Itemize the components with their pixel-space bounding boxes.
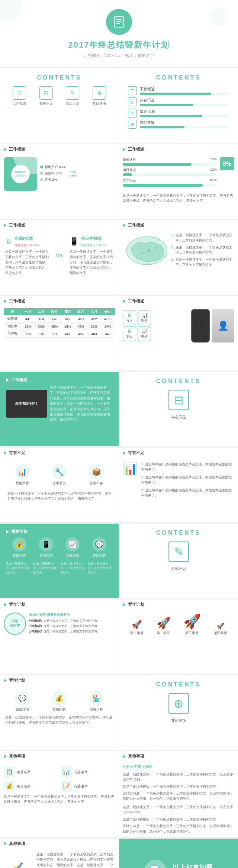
activities-col: 暂年计划 💬 微信活动 💰 营销回收 🏪 店铺了解 xyxy=(0,675,119,750)
section-title-plans-r: 暂年计划 xyxy=(128,602,144,607)
pie-label-1: 新增用户 68% xyxy=(40,165,66,170)
arrow-icon-final xyxy=(4,842,7,845)
issues-label: 存在不足 xyxy=(125,415,232,420)
analysis-list: 市场占有率 提升机会非常大 分析情况1 这是一段描述文字，正常的文字排列方向。 … xyxy=(29,613,115,633)
section-title-other-r: 其他事项 xyxy=(128,753,144,759)
td-r2-4: 18% xyxy=(61,323,74,330)
pie-text-1: 新增用户 68% xyxy=(45,165,66,170)
phone-person-area: ¥ 收入 📊 数据 ¥ 支出 xyxy=(119,306,238,345)
section-title-plans-l: 暂年计划 xyxy=(9,602,25,607)
other-text-col: 其他事项 为什么主要工作组 这是一段描述文字，一个箭头形状的文字，正常的文字排列… xyxy=(119,751,238,837)
other-item-2: 📊 报告名字 xyxy=(61,766,115,778)
map-point-3: 3. 这是一段描述文字，一个箭头形状的文字，正常的文字排列方向。 xyxy=(171,257,234,268)
arrow-icon-plans-r xyxy=(123,603,126,607)
th-5: 五月 xyxy=(74,308,87,315)
activities-section: 💬 微信活动 💰 营销回收 🏪 店铺了解 这是一段描述文字，一个箭头形状的文字，… xyxy=(0,685,119,729)
activity-1: 💬 微信活动 xyxy=(9,691,35,712)
other-item-1: 📋 留言名字 xyxy=(4,766,58,778)
cont-item-2: ⊟ 存在不足 xyxy=(39,86,53,106)
section-title-phone: 工作概述 xyxy=(128,298,144,304)
slide-activities: 暂年计划 💬 微信活动 💰 营销回收 🏪 店铺了解 xyxy=(0,675,238,750)
td-r1-2: 434 xyxy=(35,315,48,323)
map-section: 1. 这是一段描述文字，一个箭头形状的文字，正常的文字排列方向。 2. 这是一段… xyxy=(119,230,238,271)
vs-right-header: 📱 移动手机端 相比去年上升10.9% xyxy=(70,235,114,248)
svg-text:新增用户: 新增用户 xyxy=(15,174,26,177)
arrow-icon-2 xyxy=(123,148,126,151)
final-content: ✍ 这是一段描述文字，一个箭头形状的文字，正常的文字排列方向，序号是否是设计模板… xyxy=(0,849,119,868)
other-items-grid: 📋 留言名字 📊 报告名字 💰 留言名字 📝 报告名字 xyxy=(0,761,119,808)
cont-item-4: ⊕ 其他事项 xyxy=(93,86,106,106)
needs-icon-4: 💬 xyxy=(92,537,106,552)
pie-chart: 368920个 新增用户 xyxy=(4,157,37,191)
pie-dot-1 xyxy=(40,165,43,168)
slide-work-4: 工作概述 总体情况很好！ 这是一段描述文字，一个箭头形状的文字，正常的文字排列方… xyxy=(0,372,238,446)
contents-plans-col: CONTENTS ✎ 暂年计划 xyxy=(119,524,238,598)
plans-icon-sm: ✎ xyxy=(66,86,79,100)
needs-item-2: 📱 资源支持 xyxy=(39,537,53,558)
needs-desc-row: 这是一段描述文字，正常的文字排列方向。 这是一段描述文字，正常的文字排列方向。 … xyxy=(6,562,113,575)
section-title-green: 工作概述 xyxy=(11,377,28,383)
section-header-work-2: 工作概述 xyxy=(119,144,238,154)
needs-col: 需要支持 💰 数据支持 📱 资源支持 📈 资源支持 💬 你的支持 xyxy=(0,524,119,598)
slide-work-3: 工作概述 类 一月 二月 三月 四月 五月 六月 合计 xyxy=(0,296,238,370)
arrow-icon-vs xyxy=(4,224,7,227)
plans-label: 暂年计划 xyxy=(125,566,232,572)
cont-line-icon-1: ☰ xyxy=(128,86,137,95)
section-title-activities: 暂年计划 xyxy=(9,678,25,683)
section-header-phone: 工作概述 xyxy=(119,296,238,306)
section-header-green: 工作概述 xyxy=(6,377,113,385)
td-r2-7: 24% xyxy=(101,323,115,330)
progress-1: 绩效达标 73% xyxy=(123,157,217,166)
other-icon-4: 📝 xyxy=(61,781,72,792)
td-r2-6: 28% xyxy=(87,323,100,330)
cont-line-2: ⊟ 存在不足 xyxy=(128,97,229,106)
section-header-activities: 暂年计划 xyxy=(0,675,119,685)
contents-heading-other: CONTENTS xyxy=(125,681,232,688)
issues-text-list: 1. 这里写存在什么问题的描述文字及想法、如描述和这里的文字简单了。 2. 这里… xyxy=(141,462,234,498)
main-title: 2017年终总结暨新年计划 xyxy=(68,39,170,51)
cont-item-3: ✎ 暂定计划 xyxy=(66,86,79,106)
th-7: 合计 xyxy=(101,308,115,315)
pie-label-3: 失去 2% xyxy=(40,177,66,182)
issue-item-1: 📊 数据回收 xyxy=(9,464,35,486)
arrow-icon-needs xyxy=(6,530,9,534)
contents-heading-issues: CONTENTS xyxy=(125,378,232,385)
work-pie-col: 工作概述 368920个 新增用户 xyxy=(0,144,119,219)
rocket-4: 🚀 xyxy=(217,623,224,630)
section-header-other-r: 其他事项 xyxy=(119,751,238,761)
vs-divider-text: VS xyxy=(54,233,65,278)
rocket-3: 🚀 xyxy=(183,613,201,630)
issues-point-1: 1. 这里写存在什么问题的描述文字及想法、如描述和这里的文字简单了。 xyxy=(141,462,234,472)
activity-icon-3: 🏪 xyxy=(89,691,103,705)
data-table: 类 一月 二月 三月 四月 五月 六月 合计 销售量 xyxy=(4,308,115,338)
table-wrapper: 类 一月 二月 三月 四月 五月 六月 合计 销售量 xyxy=(0,306,119,340)
plans-rockets-col: 暂年计划 🚀 第一季度 🚀 第二季度 🚀 第三季度 🚀 第四季度 xyxy=(119,599,238,674)
activity-3: 🏪 店铺了解 xyxy=(83,691,109,712)
quarter-3: 🚀 第三季度 xyxy=(183,613,201,636)
section-header-issues-r: 存在不足 xyxy=(119,448,238,458)
contents-right: CONTENTS ☰ 工作概述 ⊟ 存在不足 ✎ xyxy=(119,68,238,143)
needs-icons: 💰 数据支持 📱 资源支持 📈 资源支持 💬 你的支持 xyxy=(6,537,113,558)
needs-icon-2: 📱 xyxy=(39,537,53,552)
bar-percent-area: 绩效达标 73% 项目完成 10% 客户满意 xyxy=(119,154,238,192)
other-icon-1: 📋 xyxy=(4,766,15,778)
issues-section-l: 📊 数据回收 🔧 技术丢失 📦 资源不够 这是一段描述文字，一个箭头形状的文字，… xyxy=(0,458,119,508)
activity-2: 💰 营销回收 xyxy=(46,691,72,712)
slide-issues: 存在不足 📊 数据回收 🔧 技术丢失 📦 资源不够 xyxy=(0,448,238,522)
issues-text-col: 存在不足 📊 1. 这里写存在什么问题的描述文字及想法、如描述和这里的文字简单了… xyxy=(119,448,238,522)
phone-stats: ¥ 收入 📊 数据 ¥ 支出 xyxy=(123,311,189,341)
arrow-icon-issues-l xyxy=(4,451,7,455)
section-header-work-1: 工作概述 xyxy=(0,144,119,154)
market-circle: 市场占有率 xyxy=(4,613,26,635)
issue-icon-1: 📊 xyxy=(15,464,30,479)
issue-icon-2: 🔧 xyxy=(52,464,67,479)
td-r3-4: 441 xyxy=(61,330,74,338)
arrow-icon-other-l xyxy=(4,755,7,758)
issues-icons-col: 存在不足 📊 数据回收 🔧 技术丢失 📦 资源不够 xyxy=(0,448,119,522)
bar-description: 这是一段描述文字，一个箭头形状的文字，正常的文字排列方向，序号是否是设计模板，序… xyxy=(119,192,238,207)
issues-right-content: 📊 1. 这里写存在什么问题的描述文字及想法、如描述和这里的文字简单了。 2. … xyxy=(119,458,238,502)
cont-line-text-3: 暂定计划 xyxy=(140,109,229,117)
td-r1-7: 4785 xyxy=(101,315,115,323)
green-screen-col: 工作概述 总体情况很好！ 这是一段描述文字，一个箭头形状的文字，正常的文字排列方… xyxy=(0,372,119,446)
cont-line-icon-4: ⊕ xyxy=(128,120,137,129)
